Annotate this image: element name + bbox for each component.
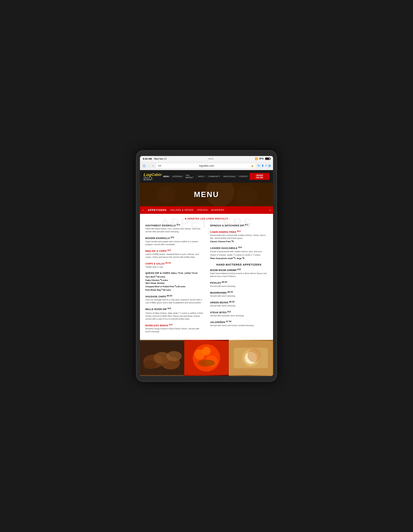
item-name: GREEN BEANS $8.50: [210, 301, 268, 304]
new-tab-button[interactable]: +: [265, 164, 267, 168]
cat-salads[interactable]: SALADS & SPUDS: [170, 209, 194, 211]
text-size-button[interactable]: AA: [158, 164, 161, 167]
item-price: $13: [237, 230, 241, 232]
item-belle-river-dip: BELLE RIVER DIP $13 Choice of fajita chi…: [145, 307, 203, 320]
cat-appetizers[interactable]: APPETIZERS: [148, 209, 166, 211]
dot-2: [211, 158, 211, 159]
lock-icon: 🔒: [251, 164, 254, 167]
food-photos-section: [140, 340, 273, 376]
address-bar[interactable]: AA logcabin.com 🔒: [156, 163, 256, 169]
tabs-button[interactable]: ⊞: [268, 164, 271, 168]
item-queso-dip: QUESO DIP & CHIPS small $8.50; large $10…: [145, 272, 203, 291]
item-desc: Served with ranch dressing: [210, 294, 268, 297]
page-title: MENU: [194, 190, 219, 199]
nav-contact[interactable]: CONTACT: [237, 175, 250, 178]
url-display: logcabin.com: [163, 164, 250, 167]
item-desc: Homemade fries covered with melted chees…: [210, 234, 268, 243]
item-desc: Layers of BBQ beans, chopped beef or por…: [145, 253, 203, 258]
svg-point-9: [166, 351, 182, 361]
item-bbq-dip: BBQ DIP & CHIPS $13 Layers of BBQ beans,…: [145, 249, 203, 259]
svg-point-3: [157, 185, 176, 204]
item-price: $13: [167, 249, 171, 251]
main-nav: MENU CATERING THE MARKET ABOUT COMMUNITY…: [162, 174, 250, 179]
sidebar-toggle-button[interactable]: ⊡: [142, 163, 146, 169]
food-image-1: [140, 340, 184, 376]
cat-burgers[interactable]: BURGERS: [211, 209, 224, 211]
item-desc: Eight hand-battered shrimp tossed in Boo…: [210, 272, 268, 278]
item-price: $12: [171, 236, 174, 238]
category-list: APPETIZERS SALADS & SPUDS STEAKS BURGERS: [146, 206, 267, 214]
cat-prev-button[interactable]: ‹: [140, 206, 146, 214]
menu-section: APPETIZERS ★ DENOTES LOG CABIN SPECIALTY…: [140, 214, 273, 340]
item-name: BONELESS WINGS $10: [145, 323, 203, 327]
item-name: PICKLES $8.50: [210, 281, 268, 284]
item-price: $6.50: [165, 262, 171, 264]
item-name: QUESO DIP & CHIPS small $8.50; large $10…: [145, 272, 203, 275]
food-photo-2: [184, 340, 229, 376]
item-desc: Served with avocado ranch dressing: [210, 314, 268, 317]
battery-percent: 87%: [259, 157, 264, 160]
status-time: 8:43 AM: [143, 157, 152, 160]
cat-next-button[interactable]: ›: [267, 206, 273, 214]
status-right: 📶 87%: [255, 157, 270, 160]
item-southwest-eggrolls: SOUTHWEST EGGROLLS $12 Filled with black…: [145, 224, 203, 233]
item-price: $7.50: [226, 320, 231, 323]
item-desc: Filled with black beans, corn, chicken a…: [145, 227, 203, 233]
item-chips-salsa: CHIPS & SALSA $6.50 *Refills dine-in onl…: [145, 262, 203, 268]
item-sausage-chips: SAUSAGE CHIPS $8.50 Coin-cut sausage fri…: [145, 295, 203, 304]
item-name: LOADED GUACAMOLE $14: [210, 246, 268, 249]
logo-tagline: Grill & Market: [144, 177, 162, 180]
item-name: SPINACH & ARTICHOKE DIP $11: [210, 224, 268, 227]
item-name: CHIPS & SALSA $6.50: [145, 262, 203, 265]
item-desc: Taco Beef $.50 extra Fajita Chicken $1 e…: [145, 275, 203, 291]
hero-section: MENU: [140, 183, 273, 206]
svg-point-14: [202, 347, 211, 355]
food-photo-1: [140, 340, 184, 376]
item-spinach-dip: SPINACH & ARTICHOKE DIP $11: [210, 224, 268, 227]
svg-point-8: [144, 361, 157, 369]
item-price: $8.50: [167, 295, 172, 297]
site-nav: Log Cabin Grill & Market MENU CATERING T…: [140, 170, 273, 183]
subsection-title: HAND-BATTERED APPETIZERS: [210, 263, 268, 266]
item-name: BOOM BOOM SHRIMP $10: [210, 268, 268, 272]
item-price: $8.50: [229, 301, 235, 303]
reload-button[interactable]: ↻: [258, 164, 260, 168]
share-button[interactable]: ⬆: [261, 164, 264, 168]
item-desc: Served with ranch and honey mustard dres…: [210, 324, 268, 327]
cat-steaks[interactable]: STEAKS: [197, 209, 208, 211]
nav-community[interactable]: COMMUNITY: [207, 175, 222, 178]
item-desc: Coin-cut sausage fried to a chip-style c…: [145, 298, 203, 304]
item-desc: A bowl of guacamole with melted cheese, …: [210, 250, 268, 260]
nav-market[interactable]: THE MARKET: [184, 174, 197, 179]
status-date: Wed Nov 17: [154, 157, 167, 160]
order-online-button[interactable]: ORDER ONLINE: [250, 173, 269, 180]
item-jalapenos: JALAPEÑOS $7.50 Served with ranch and ho…: [210, 320, 268, 327]
item-price: $10: [237, 268, 241, 270]
item-name: MUSHROOMS $8.50: [210, 291, 268, 294]
item-price: $8.50: [228, 291, 233, 293]
item-name: SAUSAGE CHIPS $8.50: [145, 295, 203, 298]
dot-3: [212, 158, 213, 159]
item-desc: *Refills dine-in only.: [145, 266, 203, 268]
item-pickles: PICKLES $8.50 Served with ranch dressing: [210, 281, 268, 287]
nav-catering[interactable]: CATERING: [171, 175, 184, 178]
dot-1: [209, 158, 210, 159]
item-price: $8.50: [222, 281, 227, 283]
item-desc: Cajun boudin and pepper jack cheese stuf…: [145, 240, 203, 246]
item-desc: Served with ranch dressing: [210, 304, 268, 307]
nav-menu[interactable]: MENU: [162, 175, 171, 178]
battery-fill: [266, 158, 269, 160]
item-steak-bites: STEAK BITES $13 Served with avocado ranc…: [210, 311, 268, 317]
back-button[interactable]: ‹: [148, 163, 150, 168]
item-desc: Served with ranch dressing: [210, 285, 268, 288]
nav-wholesale[interactable]: WHOLESALE: [222, 175, 237, 178]
logo-area: Log Cabin Grill & Market: [144, 172, 162, 180]
nav-about[interactable]: ABOUT: [197, 175, 207, 178]
item-price: $12: [177, 224, 180, 226]
item-price: $13: [228, 311, 231, 313]
item-name: BBQ DIP & CHIPS $13: [145, 249, 203, 252]
forward-button[interactable]: ›: [152, 163, 154, 168]
item-price: $11: [245, 224, 249, 226]
item-price: $10: [169, 323, 173, 326]
status-bar: 8:43 AM Wed Nov 17 📶 87%: [140, 156, 273, 162]
